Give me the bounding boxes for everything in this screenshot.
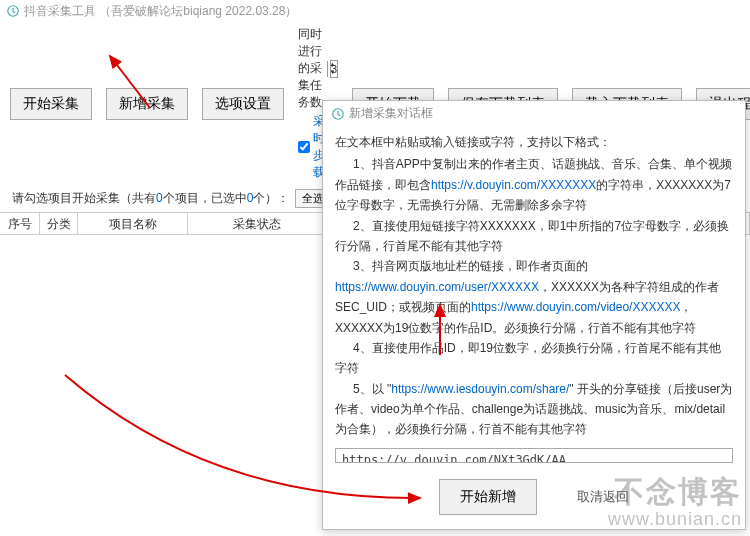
collect-table: 序号 分类 项目名称 采集状态 xyxy=(0,213,326,536)
rule-3: 3、抖音网页版地址栏的链接，即作者页面的https://www.douyin.c… xyxy=(335,256,733,338)
concurrent-label: 同时进行的采集任务数 xyxy=(298,26,328,111)
dialog-footer: 开始新增 取清返回 xyxy=(323,469,745,529)
sync-download-checkbox[interactable] xyxy=(298,141,310,153)
col-cat[interactable]: 分类 xyxy=(40,213,78,234)
concurrent-spinner[interactable]: 3 ▲▼ xyxy=(330,60,338,78)
spin-up-icon[interactable]: ▲ xyxy=(327,61,337,69)
dialog-intro: 在文本框中粘贴或输入链接或字符，支持以下格式： xyxy=(335,132,733,152)
dialog-titlebar: 新增采集对话框 xyxy=(323,101,745,126)
dialog-instructions: 在文本框中粘贴或输入链接或字符，支持以下格式： 1、抖音APP中复制出来的作者主… xyxy=(323,126,745,444)
add-collect-dialog: 新增采集对话框 在文本框中粘贴或输入链接或字符，支持以下格式： 1、抖音APP中… xyxy=(322,100,746,530)
spin-down-icon[interactable]: ▼ xyxy=(327,69,337,77)
rule-4: 4、直接使用作品ID，即19位数字，必须换行分隔，行首尾不能有其他字符 xyxy=(335,338,733,379)
window-titlebar: 抖音采集工具 （吾爱破解论坛biqiang 2022.03.28） xyxy=(0,0,750,22)
col-state[interactable]: 采集状态 xyxy=(188,213,326,234)
rule-5: 5、以 "https://www.iesdouyin.com/share/" 开… xyxy=(335,379,733,440)
rule-2: 2、直接使用短链接字符XXXXXXX，即1中所指的7位字母数字，必须换行分隔，行… xyxy=(335,216,733,257)
start-collect-button[interactable]: 开始采集 xyxy=(10,88,92,120)
rule-1: 1、抖音APP中复制出来的作者主页、话题挑战、音乐、合集、单个视频作品链接，即包… xyxy=(335,154,733,215)
add-collect-button[interactable]: 新增采集 xyxy=(106,88,188,120)
window-title: 抖音采集工具 （吾爱破解论坛biqiang 2022.03.28） xyxy=(24,3,297,20)
start-add-button[interactable]: 开始新增 xyxy=(439,479,537,515)
col-seq[interactable]: 序号 xyxy=(0,213,40,234)
options-button[interactable]: 选项设置 xyxy=(202,88,284,120)
collect-table-body[interactable] xyxy=(0,235,326,536)
clear-back-button[interactable]: 取清返回 xyxy=(577,488,629,506)
dialog-title-text: 新增采集对话框 xyxy=(349,105,433,122)
status-left-text: 请勾选项目开始采集（共有0个项目，已选中0个）： xyxy=(12,190,289,207)
app-icon xyxy=(6,4,20,18)
col-name[interactable]: 项目名称 xyxy=(78,213,188,234)
url-input-textarea[interactable] xyxy=(335,448,733,463)
dialog-icon xyxy=(331,107,345,121)
